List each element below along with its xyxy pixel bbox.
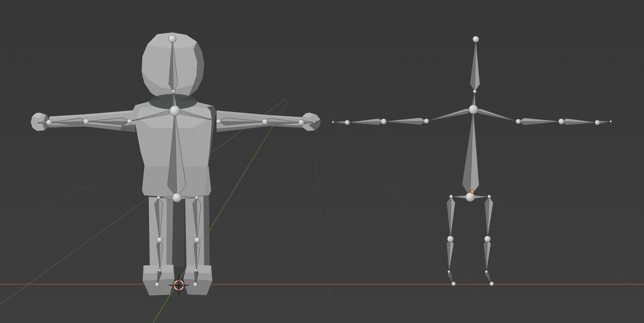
joint-toe-l[interactable] <box>451 282 456 286</box>
joint-wrist-l[interactable] <box>345 120 350 125</box>
joint-knee-l[interactable] <box>157 237 163 243</box>
joint-hand-l[interactable] <box>332 121 334 123</box>
joint-toe-r[interactable] <box>193 282 197 287</box>
joint-pelvis[interactable] <box>172 193 182 202</box>
joint-shoulder-l[interactable] <box>127 119 132 124</box>
joint-elbow-r[interactable] <box>559 119 564 124</box>
joint-ankle-l[interactable] <box>159 269 161 272</box>
joint-elbow-r[interactable] <box>262 119 268 125</box>
boot-right-top <box>185 265 211 273</box>
joint-hip-l[interactable] <box>449 195 453 198</box>
bone-shade-facet <box>384 121 426 125</box>
joint-shoulder-l[interactable] <box>424 119 429 124</box>
joint-pelvis[interactable] <box>466 192 475 202</box>
grid-line-y <box>317 99 532 323</box>
bone-wire <box>473 109 518 121</box>
leg-left-inner-shadow <box>166 198 173 267</box>
armature-skeleton[interactable] <box>332 36 612 286</box>
joint-toe-r[interactable] <box>490 282 494 286</box>
leg-right-side-shadow <box>203 196 209 267</box>
joint-ankle-r[interactable] <box>195 269 198 272</box>
boot-left-bottom <box>143 279 175 295</box>
joint-shoulder-r[interactable] <box>516 119 521 124</box>
joint-ankle-l[interactable] <box>448 270 450 273</box>
blender-3d-viewport[interactable] <box>0 0 644 323</box>
joint-hand-l[interactable] <box>36 122 38 124</box>
joint-chest[interactable] <box>170 106 180 116</box>
object-origin-point[interactable] <box>471 190 474 193</box>
legs-gap-shadow <box>172 196 184 267</box>
joint-elbow-l[interactable] <box>83 119 89 124</box>
floor-grid <box>0 99 644 323</box>
joint-neck[interactable] <box>473 90 477 93</box>
joint-knee-r[interactable] <box>194 237 200 243</box>
joint-shoulder-r[interactable] <box>216 119 221 124</box>
joint-hip-l[interactable] <box>157 196 160 199</box>
joint-knee-r[interactable] <box>484 236 491 242</box>
joint-elbow-l[interactable] <box>381 119 386 124</box>
joint-neck[interactable] <box>172 90 175 93</box>
boot-right-bottom <box>183 279 212 295</box>
viewport-scene <box>0 0 644 323</box>
joint-wrist-r[interactable] <box>299 120 304 125</box>
joint-wrist-r[interactable] <box>595 120 600 125</box>
joint-hand-r[interactable] <box>610 120 612 122</box>
joint-head-tip[interactable] <box>473 36 479 42</box>
grid-line-y <box>307 99 338 323</box>
joint-knee-l[interactable] <box>447 236 454 242</box>
joint-ankle-r[interactable] <box>485 270 488 273</box>
joint-head-tip[interactable] <box>169 35 176 43</box>
joint-hip-r[interactable] <box>488 195 491 198</box>
joint-hand-r[interactable] <box>313 121 315 123</box>
joint-wrist-l[interactable] <box>46 120 52 125</box>
joint-hip-r[interactable] <box>195 196 199 199</box>
joint-chest[interactable] <box>469 105 478 114</box>
joint-toe-l[interactable] <box>155 282 159 287</box>
bone-shade-facet <box>518 121 561 125</box>
